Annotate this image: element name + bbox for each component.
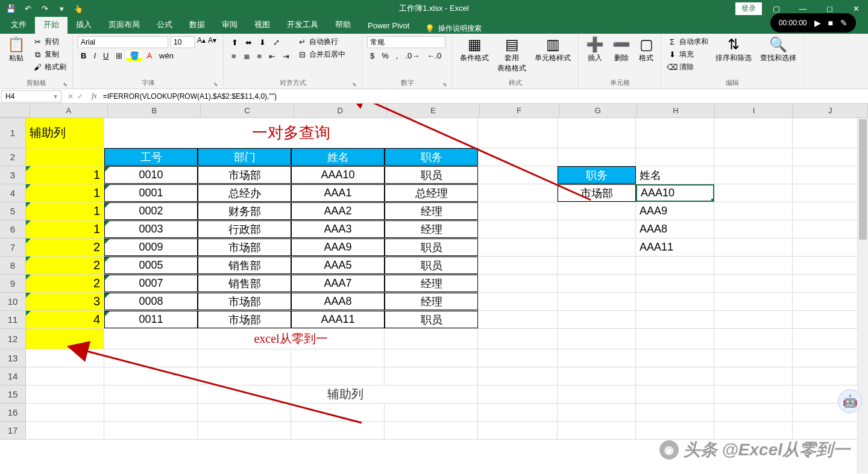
cell[interactable]: 市场部 <box>198 293 291 310</box>
paste-button[interactable]: 📋 粘贴 <box>5 36 28 64</box>
tab-home[interactable]: 开始 <box>35 16 68 34</box>
cell[interactable]: AAA5 <box>291 257 385 274</box>
cell[interactable] <box>478 329 558 349</box>
cell[interactable]: AAA8 <box>636 220 714 238</box>
row-header-6[interactable]: 6 <box>0 220 26 239</box>
undo-icon[interactable]: ↶ <box>22 2 34 14</box>
row-header-17[interactable]: 17 <box>0 422 26 440</box>
indent-increase-icon[interactable]: ⇥ <box>280 50 292 63</box>
col-header-H[interactable]: H <box>637 104 715 117</box>
cell[interactable] <box>385 422 478 439</box>
cell[interactable]: 职员 <box>385 257 478 274</box>
cell[interactable] <box>478 148 558 166</box>
cell[interactable] <box>104 367 198 385</box>
find-select-button[interactable]: 🔍查找和选择 <box>758 36 799 64</box>
cell[interactable]: 4 <box>26 311 104 328</box>
cell[interactable] <box>714 367 793 385</box>
tab-developer[interactable]: 开发工具 <box>278 16 327 34</box>
bold-button[interactable]: B <box>78 49 89 62</box>
cell[interactable] <box>385 349 478 367</box>
cell[interactable]: 财务部 <box>198 202 291 220</box>
cell[interactable] <box>478 293 558 310</box>
cell[interactable] <box>558 220 636 238</box>
col-header-J[interactable]: J <box>793 104 868 117</box>
cell[interactable] <box>558 349 636 367</box>
cell[interactable]: 0001 <box>104 184 198 202</box>
cell[interactable] <box>104 329 198 349</box>
cell-title[interactable]: 一对多查询 <box>104 118 478 148</box>
font-size-select[interactable] <box>171 36 195 48</box>
confirm-formula-icon[interactable]: ✓ <box>77 92 83 101</box>
cell[interactable] <box>26 385 104 403</box>
format-cells-button[interactable]: ▢格式 <box>637 36 656 64</box>
cell[interactable]: AAA11 <box>636 239 714 256</box>
cell[interactable] <box>558 422 636 439</box>
cell[interactable] <box>26 422 104 439</box>
cell[interactable]: 1 <box>26 220 104 238</box>
tab-formulas[interactable]: 公式 <box>148 16 181 34</box>
tab-file[interactable]: 文件 <box>2 16 35 34</box>
cell[interactable] <box>478 275 558 292</box>
cell[interactable] <box>26 404 104 421</box>
cell[interactable] <box>636 311 714 328</box>
cell[interactable] <box>198 422 291 439</box>
cell[interactable] <box>478 404 558 421</box>
cell[interactable]: 姓名 <box>291 148 385 166</box>
cell[interactable]: 职员 <box>385 239 478 256</box>
cell[interactable]: 职务 <box>558 166 636 184</box>
cell[interactable]: 销售部 <box>198 257 291 274</box>
cell[interactable] <box>714 239 793 256</box>
phonetic-button[interactable]: wén <box>156 49 177 62</box>
cell[interactable]: 3 <box>26 293 104 310</box>
cell[interactable]: 辅助列 <box>26 118 104 148</box>
align-middle-icon[interactable]: ⬌ <box>242 36 255 49</box>
decrease-font-icon[interactable]: A▾ <box>208 36 216 48</box>
save-icon[interactable]: 💾 <box>5 2 17 14</box>
cell[interactable] <box>104 385 198 403</box>
row-header-9[interactable]: 9 <box>0 275 26 293</box>
vertical-scrollbar[interactable] <box>857 118 868 473</box>
cell[interactable] <box>478 257 558 274</box>
login-button[interactable]: 登录 <box>735 2 762 15</box>
cell[interactable] <box>198 349 291 367</box>
cell[interactable]: AAA11 <box>291 311 385 328</box>
cell[interactable] <box>714 404 793 421</box>
align-left-icon[interactable]: ≡ <box>228 50 239 63</box>
cell[interactable]: 经理 <box>385 220 478 238</box>
cell[interactable] <box>714 184 793 202</box>
cell[interactable] <box>636 329 714 349</box>
spreadsheet-grid[interactable]: ABCDEFGHIJ 1234567891011121314151617 辅助列… <box>0 104 868 473</box>
cell[interactable]: 职员 <box>385 166 478 184</box>
cell[interactable] <box>558 275 636 292</box>
cell[interactable] <box>104 404 198 421</box>
comma-icon[interactable]: , <box>393 49 401 62</box>
cell[interactable] <box>714 118 793 148</box>
number-format-select[interactable] <box>367 36 445 48</box>
copy-button[interactable]: ⧉复制 <box>31 49 68 60</box>
col-header-E[interactable]: E <box>387 104 480 117</box>
row-header-5[interactable]: 5 <box>0 202 26 220</box>
cell[interactable] <box>478 202 558 220</box>
cell[interactable] <box>478 311 558 328</box>
row-header-10[interactable]: 10 <box>0 293 26 311</box>
cell[interactable] <box>636 118 714 148</box>
align-top-icon[interactable]: ⬆ <box>228 36 241 49</box>
cell[interactable] <box>558 293 636 310</box>
cell[interactable] <box>636 422 714 439</box>
cell[interactable]: 0009 <box>104 239 198 256</box>
cell[interactable] <box>714 202 793 220</box>
align-launcher-icon[interactable]: ⬊ <box>352 81 357 87</box>
cell[interactable]: 0003 <box>104 220 198 238</box>
tab-help[interactable]: 帮助 <box>327 16 359 34</box>
edit-icon[interactable]: ✎ <box>840 18 848 28</box>
cell-footer[interactable]: excel从零到一 <box>198 329 385 349</box>
tab-insert[interactable]: 插入 <box>68 16 100 34</box>
cell[interactable] <box>291 404 385 421</box>
cell[interactable] <box>478 118 558 148</box>
row-header-2[interactable]: 2 <box>0 148 26 166</box>
cell[interactable]: 市场部 <box>198 239 291 256</box>
cell[interactable] <box>478 184 558 202</box>
fill-color-button[interactable]: 🪣 <box>127 49 142 62</box>
row-header-15[interactable]: 15 <box>0 385 26 404</box>
cell[interactable] <box>636 404 714 421</box>
